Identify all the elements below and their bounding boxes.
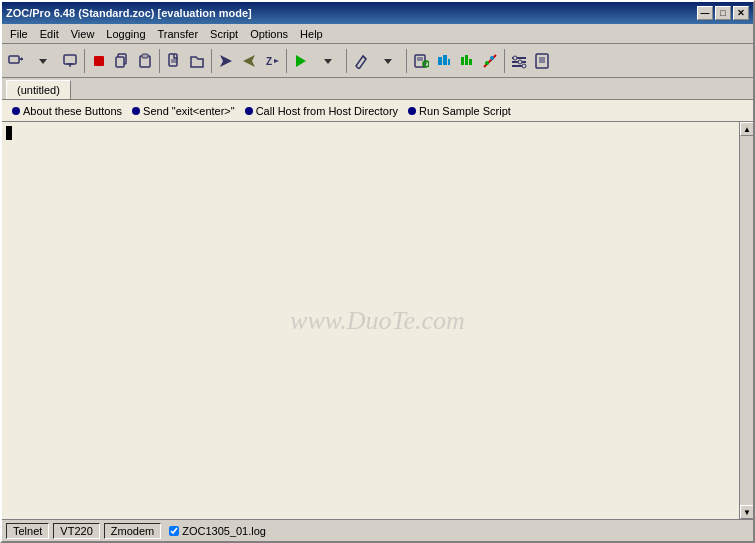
log-checkbox-wrapper: ZOC1305_01.log (165, 524, 270, 538)
toolbar-btn-2[interactable] (59, 50, 81, 72)
log-file-label: ZOC1305_01.log (182, 525, 266, 537)
toolbar-btn-run[interactable] (290, 50, 312, 72)
cursor (6, 126, 12, 140)
transfer-label: Zmodem (111, 525, 154, 537)
minimize-button[interactable]: — (697, 6, 713, 20)
btn-call-host-dot (245, 107, 253, 115)
terminal-content: www.DuoTe.com (2, 122, 753, 519)
app-window: ZOC/Pro 6.48 (Standard.zoc) [evaluation … (0, 0, 755, 543)
menu-script[interactable]: Script (204, 26, 244, 42)
close-button[interactable]: ✕ (733, 6, 749, 20)
toolbar-btn-edit[interactable] (350, 50, 372, 72)
btn-about-label: About these Buttons (23, 105, 122, 117)
toolbar-btn-bar2[interactable] (456, 50, 478, 72)
svg-rect-33 (465, 55, 468, 65)
tab-untitled[interactable]: (untitled) (6, 80, 71, 99)
toolbar-sep-4 (286, 49, 287, 73)
connect-button[interactable] (5, 50, 27, 72)
toolbar: Z (2, 44, 753, 78)
svg-point-37 (490, 56, 494, 60)
svg-rect-34 (469, 59, 472, 65)
menu-options[interactable]: Options (244, 26, 294, 42)
scrollbar-up[interactable]: ▲ (740, 122, 753, 136)
menu-help[interactable]: Help (294, 26, 329, 42)
svg-rect-44 (536, 54, 548, 68)
svg-rect-11 (142, 54, 148, 58)
terminal-area[interactable]: www.DuoTe.com ▲ ▼ (2, 122, 753, 519)
toolbar-sep-1 (84, 49, 85, 73)
status-emulation: VT220 (53, 523, 99, 539)
tab-bar: (untitled) (2, 78, 753, 100)
svg-line-35 (484, 55, 496, 67)
toolbar-btn-copy[interactable] (111, 50, 133, 72)
toolbar-sep-6 (406, 49, 407, 73)
toolbar-sep-5 (346, 49, 347, 73)
toolbar-btn-stop[interactable] (88, 50, 110, 72)
edit-dropdown[interactable] (373, 50, 403, 72)
status-protocol: Telnet (6, 523, 49, 539)
title-bar-controls: — □ ✕ (697, 6, 749, 20)
status-transfer: Zmodem (104, 523, 161, 539)
toolbar-btn-bar3[interactable] (479, 50, 501, 72)
toolbar-btn-macro[interactable] (531, 50, 553, 72)
toolbar-btn-paste[interactable] (134, 50, 156, 72)
svg-rect-0 (9, 56, 19, 63)
run-dropdown[interactable] (313, 50, 343, 72)
menu-edit[interactable]: Edit (34, 26, 65, 42)
svg-marker-18 (274, 59, 279, 63)
toolbar-btn-phonebook[interactable] (410, 50, 432, 72)
menu-file[interactable]: File (4, 26, 34, 42)
menu-bar: File Edit View Logging Transfer Script O… (2, 24, 753, 44)
btn-call-host-label: Call Host from Host Directory (256, 105, 398, 117)
svg-point-36 (485, 61, 489, 65)
title-bar: ZOC/Pro 6.48 (Standard.zoc) [evaluation … (2, 2, 753, 24)
svg-marker-2 (21, 57, 23, 61)
toolbar-btn-settings[interactable] (508, 50, 530, 72)
btn-run-script[interactable]: Run Sample Script (404, 104, 515, 118)
toolbar-sep-7 (504, 49, 505, 73)
toolbar-btn-zmodem-send[interactable]: Z (261, 50, 283, 72)
svg-marker-19 (296, 55, 306, 67)
toolbar-sep-2 (159, 49, 160, 73)
toolbar-btn-send[interactable] (215, 50, 237, 72)
btn-call-host[interactable]: Call Host from Host Directory (241, 104, 402, 118)
maximize-button[interactable]: □ (715, 6, 731, 20)
svg-marker-3 (39, 59, 47, 64)
btn-about[interactable]: About these Buttons (8, 104, 126, 118)
toolbar-btn-new[interactable] (163, 50, 185, 72)
tab-label: (untitled) (17, 84, 60, 96)
svg-point-41 (513, 56, 517, 60)
svg-text:Z: Z (266, 56, 272, 67)
btn-run-script-dot (408, 107, 416, 115)
svg-rect-9 (116, 57, 124, 67)
svg-marker-22 (384, 59, 392, 64)
vertical-scrollbar[interactable]: ▲ ▼ (739, 122, 753, 519)
btn-send-exit[interactable]: Send "exit<enter>" (128, 104, 239, 118)
svg-rect-32 (461, 57, 464, 65)
title-bar-text: ZOC/Pro 6.48 (Standard.zoc) [evaluation … (6, 7, 252, 19)
menu-view[interactable]: View (65, 26, 101, 42)
svg-line-21 (363, 56, 366, 59)
scrollbar-down[interactable]: ▼ (740, 505, 753, 519)
menu-transfer[interactable]: Transfer (152, 26, 205, 42)
btn-send-exit-label: Send "exit<enter>" (143, 105, 235, 117)
toolbar-btn-open[interactable] (186, 50, 208, 72)
log-checkbox[interactable] (169, 526, 179, 536)
toolbar-btn-receive[interactable] (238, 50, 260, 72)
app-title: ZOC/Pro 6.48 (Standard.zoc) [evaluation … (6, 7, 252, 19)
svg-marker-16 (243, 55, 255, 67)
svg-rect-29 (438, 57, 442, 65)
toolbar-btn-bar1[interactable] (433, 50, 455, 72)
btn-about-dot (12, 107, 20, 115)
svg-rect-31 (448, 59, 450, 65)
btn-send-exit-dot (132, 107, 140, 115)
toolbar-sep-3 (211, 49, 212, 73)
svg-rect-7 (94, 56, 104, 66)
menu-logging[interactable]: Logging (100, 26, 151, 42)
status-bar: Telnet VT220 Zmodem ZOC1305_01.log (2, 519, 753, 541)
svg-rect-30 (443, 55, 447, 65)
watermark: www.DuoTe.com (290, 306, 465, 336)
svg-point-42 (518, 60, 522, 64)
connect-dropdown[interactable] (28, 50, 58, 72)
button-strip: About these Buttons Send "exit<enter>" C… (2, 100, 753, 122)
